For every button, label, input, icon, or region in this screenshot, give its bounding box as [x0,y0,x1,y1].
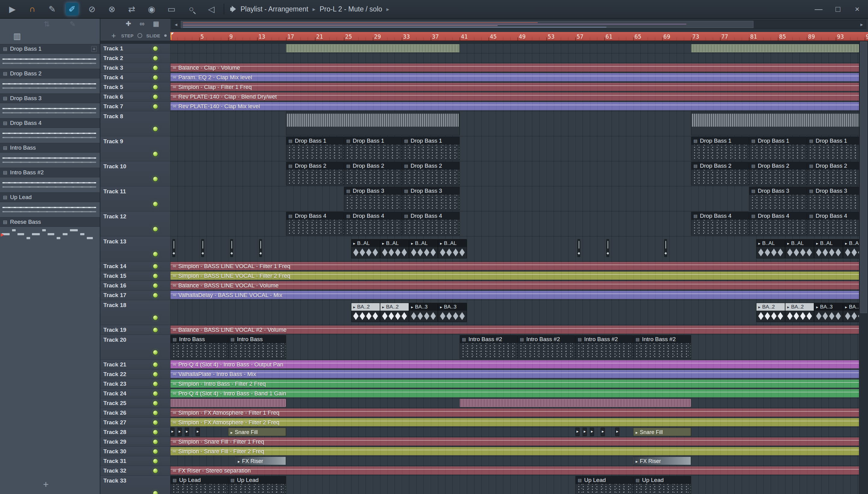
track-lane[interactable]: ∞Rev PLATE-140 - Clap Mix level [170,102,859,111]
minimize-button[interactable]: — [813,4,824,15]
track-header[interactable]: Track 13 [100,236,170,262]
track-mute-led[interactable] [153,372,158,376]
track-header[interactable]: Track 4 [100,73,170,82]
audio-stab-clip[interactable] [230,239,233,257]
track-header[interactable]: Track 3 [100,63,170,73]
audio-chip-clip[interactable]: ▸B..AL [814,239,843,259]
audio-chip-clip[interactable]: ▸BA..3 [409,303,438,322]
track-header[interactable]: Track 23 [100,379,170,389]
pattern-clip[interactable]: ▤Intro Bass #2 [460,335,517,359]
automation-clip[interactable]: ∞Pro-Q 4 (Slot 4) - Intro Bass - Output … [170,360,859,368]
speaker-icon[interactable] [230,5,237,13]
track-lane[interactable]: ∞Simplon - FX Atmosphere - Filter 2 Freq [170,418,859,428]
pattern-name-row[interactable]: ▤Intro Bass [0,143,100,153]
pattern-item[interactable]: ▤Drop Bass 4 [0,118,100,143]
track-lane[interactable]: ∞Simplon - BASS LINE VOCAL - Filter 2 Fr… [170,271,859,281]
track-lane[interactable]: ▤Drop Bass 4▤Drop Bass 4▤Drop Bass 4▤Dro… [170,211,859,236]
track-header[interactable]: Track 10 [100,162,170,186]
track-lane[interactable]: ▤Intro Bass▤Intro Bass▤Intro Bass #2▤Int… [170,335,859,360]
track-lane[interactable]: ▸▸▸▸▸Snare Fill▸▸▸▸▸▸Snare Fill [170,428,859,437]
mini-audio-clip[interactable]: ▸ [615,428,619,436]
audio-clip[interactable] [691,112,859,135]
pattern-item[interactable]: ▤Intro Bass [0,143,100,168]
pattern-item[interactable]: ▤Reese Bass▶ [0,217,100,242]
pattern-clip[interactable]: ▤Drop Bass 3 [344,187,402,210]
automation-clip[interactable]: ∞Rev PLATE-140 - Clap Mix level [170,102,859,110]
track-mute-led[interactable] [153,152,158,156]
close-button[interactable]: × [852,4,863,15]
audio-chip-clip[interactable]: ▸BA..2 [351,303,380,322]
track-header[interactable]: Track 15 [100,271,170,281]
track-mute-led[interactable] [153,177,158,181]
track-header[interactable]: Track 33 [100,476,170,494]
pattern-clip[interactable]: ▤Drop Bass 3 [807,187,859,210]
track-header[interactable]: Track 11 [100,186,170,211]
vertical-scroll-thumb[interactable] [860,42,867,313]
audio-clip[interactable]: ▸FX Riser [235,457,286,465]
play-icon[interactable]: ▶ [6,3,19,15]
track-mute-led[interactable] [153,127,158,131]
track-lane[interactable]: ∞ValhallaPlate - Intro Bass - Mix [170,369,859,379]
maximize-button[interactable]: □ [832,4,843,15]
pattern-name-row[interactable]: ▤Drop Bass 2 [0,69,100,78]
breadcrumb-item[interactable]: Pro-L 2 - Mute / solo [320,5,382,13]
mute-tool-icon[interactable]: ⊗ [105,3,118,15]
track-header[interactable]: Track 2 [100,53,170,63]
mini-audio-clip[interactable]: ▸ [575,428,579,436]
pattern-clip[interactable]: ▤Intro Bass #2 [633,335,691,359]
horizontal-scroll-thumb[interactable] [181,21,753,28]
audio-chip-clip[interactable]: ▸B..AL [756,239,785,259]
pattern-item[interactable]: ▤Intro Bass #2 [0,168,100,192]
track-mute-led[interactable] [153,273,158,278]
pattern-clip[interactable]: ▤Drop Bass 1 [402,137,460,160]
track-mute-led[interactable] [153,75,158,80]
draw-tool-icon[interactable]: ✎ [46,3,58,15]
track-lane[interactable]: ▸FX Riser▸FX Riser [170,456,859,466]
track-header[interactable]: Track 7 [100,102,170,111]
audio-chip-clip[interactable]: ▸BA..3 [438,303,467,322]
automation-clip[interactable]: ∞Simplon - Snare Fill - Filter 1 Freq [170,437,859,446]
pattern-name-row[interactable]: ▤Drop Bass 3 [0,94,100,103]
track-lane[interactable]: ∞Simplon - Snare Fill - Filter 1 Freq [170,437,859,446]
audio-stab-clip[interactable] [664,239,667,257]
track-mute-led[interactable] [153,56,158,60]
automation-clip[interactable]: ∞Simplon - Intro Bass - Filter 2 Freq [170,379,859,388]
audio-stab-clip[interactable] [201,239,204,257]
track-header[interactable]: Track 16 [100,281,170,290]
automation-clip[interactable]: ∞Param. EQ 2 - Clap Mix level [170,73,859,81]
track-mute-led[interactable] [153,491,158,494]
pattern-item[interactable]: ▤Drop Bass 2 [0,69,100,94]
timeline-ruler[interactable]: 5913172125293337414549535761656973778185… [170,32,868,41]
automation-clip[interactable]: ∞FX Riser - Stereo separation [170,466,859,475]
audio-clip[interactable]: ▸FX Riser [633,457,691,465]
snap-icon[interactable]: ✚ [126,20,131,28]
pattern-name-row[interactable]: ▤Up Lead [0,192,100,202]
mini-audio-clip[interactable]: ▸ [185,428,189,436]
pattern-name-row[interactable]: ▤Drop Bass 4 [0,118,100,128]
audio-clip[interactable] [691,44,859,53]
pattern-item[interactable]: ▤Drop Bass 3 [0,94,100,118]
picker-corner-icon[interactable]: ≡ [91,46,97,52]
track-mute-led[interactable] [153,439,158,444]
track-mute-led[interactable] [153,316,158,320]
automation-clip[interactable]: ∞Simplon - BASS LINE VOCAL - Filter 1 Fr… [170,262,859,270]
paint-tool-icon[interactable]: ✐ [66,3,78,15]
pattern-clip[interactable]: ▤Drop Bass 4 [344,212,402,235]
breadcrumb-item[interactable]: Playlist - Arrangement [240,5,308,13]
automation-clip[interactable]: ∞Simplon - FX Atmosphere - Filter 2 Freq [170,418,859,426]
playhead-marker[interactable] [171,33,174,36]
pattern-clip[interactable]: ▤Drop Bass 2 [402,162,460,186]
track-header[interactable]: Track 26 [100,408,170,418]
scroll-left-icon[interactable]: ◂ [172,20,180,28]
mini-audio-clip[interactable]: ▸ [196,428,200,436]
track-lane[interactable] [170,398,859,408]
pattern-clip[interactable]: ▤Drop Bass 1 [749,137,807,160]
track-mute-led[interactable] [153,381,158,386]
pattern-name-row[interactable]: ▤Drop Bass 1≡ [0,44,100,54]
slide-indicator[interactable] [164,34,167,37]
automation-clip[interactable]: ∞Balance - BASS LINE VOCAL #2 - Volume [170,325,859,334]
pattern-item[interactable]: ▤Up Lead [0,192,100,217]
audio-chip-clip[interactable]: ▸BA..3 [814,303,843,322]
pattern-clip[interactable]: ▤Drop Bass 1 [286,137,344,160]
track-header[interactable]: Track 20 [100,335,170,360]
